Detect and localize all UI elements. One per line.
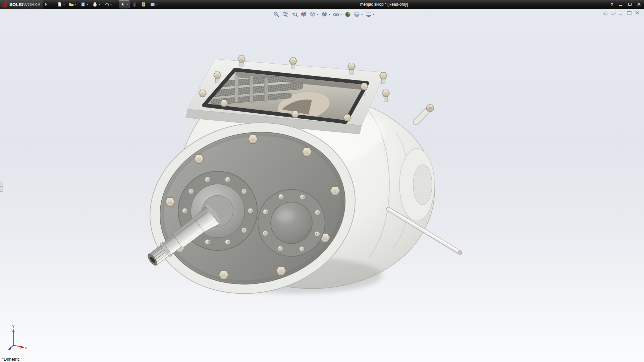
menu-expand-icon[interactable]: [45, 3, 47, 6]
select-button[interactable]: [119, 0, 129, 8]
zoom-to-area-icon: [282, 11, 289, 18]
heads-up-toolbar: [272, 11, 375, 18]
close-icon: [637, 2, 641, 6]
document-title: menjac sklop * [Read-only]: [349, 0, 419, 9]
doc-minimize-icon: [619, 10, 624, 15]
doc-maximize-icon: [627, 10, 632, 15]
new-document-icon: [57, 2, 62, 7]
document-window-controls: [602, 10, 640, 15]
solidworks-logo: SOLIDWORKS: [0, 0, 43, 9]
display-style-button[interactable]: [320, 11, 331, 18]
app-close-button[interactable]: [636, 1, 642, 7]
file-toolbar: [56, 0, 159, 8]
edit-appearance-button[interactable]: [344, 11, 352, 18]
save-button[interactable]: [79, 0, 90, 8]
doc-float-button[interactable]: [602, 10, 608, 15]
triad-x-label: x: [25, 346, 27, 350]
doc-float-icon: [602, 10, 608, 15]
open-button[interactable]: [67, 0, 78, 8]
properties-button[interactable]: [140, 0, 148, 8]
edit-appearance-ball-icon: [344, 11, 351, 18]
view-orientation-cube-icon: [309, 11, 316, 18]
doc-close-icon: [635, 10, 640, 15]
viewport-canvas[interactable]: Y x: [0, 9, 644, 362]
section-view-icon: [300, 11, 307, 18]
hide-show-glasses-icon: [333, 11, 339, 18]
brand-text: SOLIDWORKS: [9, 2, 41, 7]
help-button[interactable]: ?: [609, 1, 615, 7]
view-settings-button[interactable]: [365, 11, 375, 18]
zoom-to-fit-icon: [273, 11, 280, 18]
image-options-icon: [150, 2, 155, 7]
select-cursor-icon: [120, 2, 125, 7]
undo-button[interactable]: [103, 0, 113, 8]
panel-splitter-handle[interactable]: [0, 182, 3, 192]
rebuild-button[interactable]: [130, 0, 139, 8]
save-floppy-icon: [80, 2, 86, 7]
zoom-to-area-button[interactable]: [281, 11, 289, 18]
doc-maximize-button[interactable]: [626, 10, 632, 15]
minimize-icon: [619, 2, 623, 6]
print-button[interactable]: [91, 0, 102, 8]
triad-y-label: Y: [12, 324, 15, 328]
undo-icon: [104, 2, 109, 7]
doc-minimize-button[interactable]: [618, 10, 624, 15]
options-button[interactable]: [149, 0, 159, 8]
titlebar: SOLIDWORKS: [0, 0, 644, 9]
apply-scene-icon: [354, 11, 360, 18]
zoom-to-fit-button[interactable]: [272, 11, 280, 18]
doc-restore-icon: [610, 10, 616, 15]
view-orientation-label: *Dimetric: [2, 357, 20, 362]
display-style-icon: [321, 11, 328, 18]
new-document-button[interactable]: [56, 0, 66, 8]
app-maximize-button[interactable]: [627, 1, 633, 7]
ds-logo-icon: [2, 2, 8, 7]
doc-restore-button[interactable]: [610, 10, 616, 15]
apply-scene-button[interactable]: [353, 11, 364, 18]
app-minimize-button[interactable]: [618, 1, 624, 7]
section-view-button[interactable]: [300, 11, 308, 18]
previous-view-icon: [291, 11, 298, 18]
app-window-controls: ?: [609, 0, 642, 9]
properties-clipboard-icon: [141, 2, 146, 7]
doc-close-button[interactable]: [634, 10, 640, 15]
hide-show-items-button[interactable]: [332, 11, 343, 18]
view-settings-icon: [365, 11, 372, 18]
maximize-icon: [628, 2, 632, 6]
previous-view-button[interactable]: [290, 11, 299, 18]
view-orientation-button[interactable]: [309, 11, 319, 18]
bearing-cover: [258, 189, 325, 256]
rebuild-stoplight-icon: [132, 2, 137, 7]
open-folder-icon: [69, 2, 74, 7]
print-icon: [92, 2, 98, 7]
